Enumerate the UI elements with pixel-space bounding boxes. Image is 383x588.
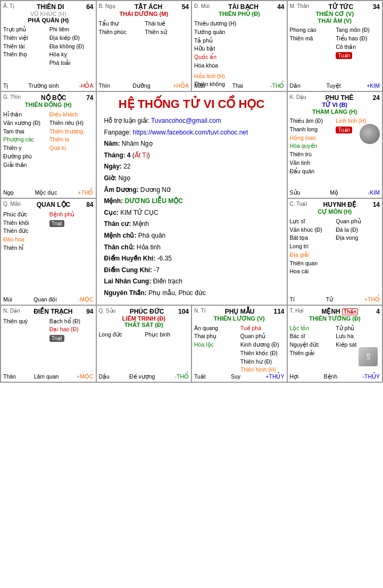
cell-n-ti: N. Tí PHỤ MẪU 114 THIÊN LƯƠNG (V) Ân qua… (192, 305, 287, 383)
list-item: Quan phủ (336, 217, 380, 226)
info-than-chu: Thân chủ: Hỏa tinh (104, 242, 279, 254)
list-item: Hoa cái (290, 267, 334, 276)
lai-nhan-label: Lai Nhân Cung: (104, 278, 152, 285)
center-title: HỆ THỐNG TỬ VI CỔ HỌC (104, 97, 279, 111)
list-item: Quá tú (49, 144, 94, 153)
lai-nhan-value: Điền trạch (153, 278, 182, 285)
list-item: Thiếu dương (H) (194, 20, 285, 28)
element-label: -HỎA (79, 82, 93, 89)
list-item: Bát tọa (290, 234, 334, 242)
menh-chu-value: Phá quân (138, 232, 165, 239)
list-item: Thai phụ (194, 332, 238, 341)
branch-label: Mão (194, 82, 205, 89)
cell-number: 74 (86, 94, 93, 102)
list-item: Địa vong (336, 234, 380, 242)
cell-sub1: VŨ KHÚC (H) (3, 11, 94, 17)
cell-palace-name: PHU THÊ (326, 94, 354, 102)
list-item: Thiên sứ (145, 28, 189, 37)
cell-number: 64 (86, 3, 93, 11)
list-item: Phục binh (145, 331, 189, 339)
cell-footer: Sửu Mộ -KIM (288, 189, 382, 196)
menh-label: Mệnh: (104, 197, 123, 205)
list-item: Thiên y (3, 144, 47, 153)
list-item: Quốc ẩn (194, 53, 285, 62)
ngay-label: Ngày: (104, 163, 122, 170)
cell-header: Q. Mão QUAN LỘC 84 (3, 201, 94, 208)
list-item: Địa không (Đ) (49, 43, 94, 51)
email-link[interactable]: Tuvancohoc@gmail.com (151, 117, 221, 124)
cell-palace-name: ĐIỀN TRẠCH (34, 308, 72, 315)
info-fanpage-line: Fanpage: https://www.facebook.com/tuvi.c… (104, 127, 279, 139)
cell-footer: Thìn Dưỡng +HỎA (97, 82, 192, 89)
cell-sub2: THÁI ÂM (V) (290, 18, 380, 24)
list-item: Thái tuế (145, 20, 189, 28)
phase-label: Bệnh (324, 373, 338, 380)
info-nam: Năm: Nhâm Ngọ (104, 138, 279, 150)
cell-pos-label: N. Tí (194, 308, 205, 315)
cell-header: M. Thân TỬ TỨC 34 (290, 3, 380, 11)
cell-g-thin: G. Thìn NỘ BỘC 74 THIÊN ĐỒNG (H) Hỉ thần… (1, 91, 96, 198)
nam-value: Nhâm Ngọ (122, 140, 153, 147)
list-item: Đại hao (Đ) (49, 325, 94, 334)
cell-footer: Dần Tuyệt +KIM (288, 82, 382, 89)
than-cu-value: Mệnh (133, 220, 149, 228)
list-item: Trực phủ (3, 26, 47, 34)
list-item: Phá toải (49, 59, 94, 68)
list-item: Thiên hỉ (3, 244, 47, 253)
cell-number: 44 (277, 3, 284, 11)
cell-pos-label: K. Dậu (290, 94, 306, 102)
list-item: Văn xương (Đ) (3, 119, 47, 128)
cell-sub1: THIÊN PHỦ (Đ) (194, 11, 285, 18)
cell-sub1: THIÊN TƯỚNG (Đ) (290, 315, 380, 322)
list-item: Thiên quý (3, 317, 47, 326)
element-label: +THỔ (78, 189, 93, 196)
list-item: Cô thần (336, 43, 380, 52)
info-than-cu: Thân cư: Mệnh (104, 219, 279, 230)
phase-label: Đế vượng (129, 373, 155, 380)
phase-label: Trường sinh (28, 82, 59, 89)
list-item: Tuế phá (240, 324, 285, 333)
element-label: +MỘC (77, 373, 93, 380)
cell-header: K. Dậu PHU THÊ 24 (290, 94, 380, 102)
info-email-line: Hỗ trợ luận giải: Tuvancohoc@gmail.com (104, 115, 279, 127)
fanpage-link[interactable]: https://www.facebook.com/tuvi.cohoc.net (133, 129, 248, 136)
element-label: +THỦY (265, 373, 284, 380)
list-item: Lộc tồn (290, 324, 334, 333)
cell-sub1: THIÊN CƠ (V) (290, 11, 380, 18)
cell-palace-name: TẬT ÁCH (135, 3, 162, 11)
cell-number: 14 (373, 201, 380, 208)
cell-sub2: THẤT SÁT (Đ) (99, 322, 189, 329)
cell-n-dan: N. Dần ĐIỀN TRẠCH 94 Thiên quý Bạch hổ (… (1, 305, 96, 383)
cell-number: 34 (373, 3, 380, 11)
list-item: Đà la (Đ) (336, 226, 380, 234)
list-item: Đường phù (3, 153, 47, 161)
list-item: Bác sĩ (290, 332, 334, 341)
cell-header: N. Dần ĐIỀN TRẠCH 94 (3, 308, 94, 315)
cell-footer: Dậu Đế vượng -THỔ (97, 373, 192, 380)
menh-chu-label: Mệnh chủ: (104, 232, 137, 239)
cell-number: 94 (86, 308, 93, 315)
tuan-badge: Tuần (336, 127, 352, 133)
cell-d-mui: Đ. Mùi TÀI BẠCH 44 THIÊN PHỦ (Đ) Thiếu d… (192, 1, 287, 91)
list-item: Lực sĩ (290, 217, 334, 226)
list-item: Thiên mã (290, 35, 334, 43)
list-item: Tiểu hao (Đ) (336, 35, 380, 43)
phase-label: Tử (326, 296, 333, 303)
list-item: Phi liêm (49, 26, 94, 34)
triet-badge: Triết (49, 335, 64, 342)
list-item: Tướng quân (194, 28, 285, 37)
list-item: Thanh long (290, 125, 334, 134)
nam-label: Năm: (104, 140, 120, 147)
fanpage-label: Fanpage: (104, 129, 131, 136)
cell-items: Thiếu âm (Đ) Thanh long Hồng loan Hóa qu… (290, 117, 380, 175)
cell-palace-name: NỘ BỘC (41, 94, 66, 102)
list-item: Ân quang (194, 324, 238, 333)
cell-footer: Mão Thai -THỔ (192, 82, 287, 89)
list-item: Thiên phúc (99, 28, 143, 37)
than-chu-value: Hỏa tinh (137, 243, 161, 251)
list-item: Long trì (290, 242, 334, 251)
cell-number: 104 (178, 308, 189, 315)
diem-huyen-value: -6.35 (157, 255, 172, 262)
cell-m-than: M. Thân TỬ TỨC 34 THIÊN CƠ (V) THÁI ÂM (… (287, 1, 383, 91)
cell-pos-label: N. Dần (3, 308, 20, 315)
